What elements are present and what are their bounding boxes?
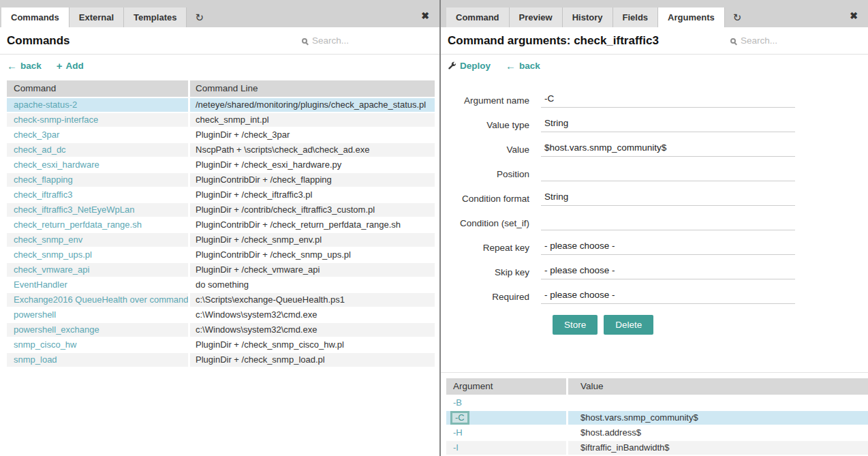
command-link[interactable]: check_return_perfdata_range.sh [14, 219, 142, 230]
field-input[interactable] [541, 167, 795, 181]
form-field-row: Value type String [441, 112, 868, 137]
command-link[interactable]: powershell [14, 309, 56, 320]
page-title: Command arguments: check_iftraffic3 [448, 34, 659, 48]
command-line-cell: PluginDir + /check_snmp_cisco_hw.pl [190, 338, 435, 352]
deploy-link[interactable]: Deploy [448, 61, 491, 71]
argument-table-row[interactable]: -H $host.address$ [446, 426, 868, 440]
command-link[interactable]: check_esxi_hardware [14, 159, 99, 170]
command-table-row[interactable]: Exchange2016 QueueHealth over command c:… [7, 293, 435, 307]
column-header-command-line[interactable]: Command Line [190, 80, 435, 97]
tab-external[interactable]: External [69, 7, 124, 27]
field-input[interactable]: - please choose - [541, 241, 795, 255]
wrench-icon [448, 61, 456, 70]
back-link[interactable]: ← back [7, 60, 42, 72]
column-header-command[interactable]: Command [7, 80, 188, 97]
add-label: Add [66, 61, 84, 71]
field-label: Argument name [441, 95, 541, 106]
command-table-row[interactable]: check_iftraffic3_NetEyeWpLan PluginDir +… [7, 203, 435, 217]
search-input[interactable] [741, 35, 843, 46]
command-table-row[interactable]: snmp_load PluginDir + /check_snmp_load.p… [7, 353, 435, 367]
form-buttons: Store Delete [553, 315, 868, 335]
argument-link[interactable]: -I [453, 442, 459, 453]
argument-link[interactable]: -H [453, 427, 463, 438]
tab-label: Commands [11, 12, 59, 22]
command-table-row[interactable]: check_flapping PluginContribDir + /check… [7, 173, 435, 187]
argument-table-row[interactable]: -C $host.vars.snmp_community$ [446, 411, 868, 425]
command-link[interactable]: snmp_load [14, 354, 57, 365]
argument-value-cell: $host.vars.snmp_community$ [568, 411, 868, 425]
close-icon[interactable]: ✖ [421, 11, 429, 20]
command-table-row[interactable]: check_3par PluginDir + /check_3par [7, 128, 435, 142]
tab-preview[interactable]: Preview [510, 7, 563, 27]
command-table-row[interactable]: apache-status-2 /neteye/shared/monitorin… [7, 98, 435, 112]
tab-command[interactable]: Command [446, 7, 510, 27]
search-input[interactable] [312, 35, 414, 46]
command-table-row[interactable]: EventHandler do something [7, 278, 435, 292]
command-table-row[interactable]: check_vmware_api PluginDir + /check_vmwa… [7, 263, 435, 277]
command-table-row[interactable]: check-snmp-interface check_snmp_int.pl [7, 113, 435, 127]
command-table-row[interactable]: check_snmp_ups.pl PluginContribDir + /ch… [7, 248, 435, 262]
store-button[interactable]: Store [553, 315, 598, 335]
left-panel-header: Commands [0, 27, 439, 55]
field-input[interactable]: String [541, 192, 795, 206]
tab-label: Preview [519, 12, 553, 22]
command-link[interactable]: apache-status-2 [14, 100, 77, 110]
command-link[interactable]: check_flapping [14, 174, 73, 185]
command-link[interactable]: check_iftraffic3 [14, 189, 72, 200]
argument-link[interactable]: -C [450, 411, 469, 425]
argument-table-row[interactable]: -I $iftraffic_inBandwidth$ [446, 441, 868, 455]
argument-table-row[interactable]: -B [446, 396, 868, 410]
tab-commands[interactable]: Commands [1, 7, 69, 27]
tab-label: Arguments [668, 12, 715, 22]
command-link[interactable]: check_vmware_api [14, 264, 89, 275]
column-header-argument[interactable]: Argument [446, 378, 566, 395]
command-table-row[interactable]: check_ad_dc NscpPath + \scripts\check_ad… [7, 143, 435, 157]
command-table-row[interactable]: check_return_perfdata_range.sh PluginCon… [7, 218, 435, 232]
command-link[interactable]: EventHandler [14, 279, 67, 290]
argument-form: Argument name -C Value type String Value… [441, 76, 868, 309]
tab-arguments[interactable]: Arguments [658, 7, 725, 27]
refresh-icon[interactable]: ↻ [733, 12, 742, 22]
right-tab-bar: Command Preview History Fields Arguments… [441, 0, 868, 27]
field-input[interactable]: - please choose - [541, 290, 795, 304]
column-header-value[interactable]: Value [568, 378, 868, 395]
delete-button[interactable]: Delete [604, 315, 653, 335]
field-input[interactable]: -C [541, 93, 795, 108]
field-input[interactable] [541, 216, 795, 230]
tab-fields[interactable]: Fields [613, 7, 659, 27]
command-line-cell: c:\Windows\system32\cmd.exe [190, 308, 435, 322]
command-link[interactable]: check_ad_dc [14, 145, 66, 155]
command-line-cell: PluginContribDir + /check_flapping [190, 173, 435, 187]
tab-templates[interactable]: Templates [124, 7, 187, 27]
field-input[interactable]: - please choose - [541, 265, 795, 279]
command-link[interactable]: check_3par [14, 130, 59, 140]
argument-link[interactable]: -B [453, 397, 462, 408]
field-input[interactable]: String [541, 118, 795, 132]
command-line-cell: c:\Windows\system32\cmd.exe [190, 323, 435, 337]
command-table-row[interactable]: check_snmp_env PluginDir + /check_snmp_e… [7, 233, 435, 247]
add-link[interactable]: + Add [57, 60, 84, 72]
tab-history[interactable]: History [563, 7, 613, 27]
command-table-row[interactable]: check_esxi_hardware PluginDir + /check_e… [7, 158, 435, 172]
command-link[interactable]: snmp_cisco_hw [14, 339, 77, 350]
search-icon [302, 38, 307, 44]
command-table-row[interactable]: snmp_cisco_hw PluginDir + /check_snmp_ci… [7, 338, 435, 352]
back-link[interactable]: ← back [506, 60, 540, 72]
refresh-icon[interactable]: ↻ [195, 12, 204, 22]
command-line-cell: NscpPath + \scripts\check_ad\check_ad.ex… [190, 143, 435, 157]
command-table-row[interactable]: powershell_exchange c:\Windows\system32\… [7, 323, 435, 337]
command-link[interactable]: check_iftraffic3_NetEyeWpLan [14, 204, 135, 215]
command-table-row[interactable]: check_iftraffic3 PluginDir + /check_iftr… [7, 188, 435, 202]
command-link[interactable]: powershell_exchange [14, 324, 99, 335]
left-tab-bar: Commands External Templates ↻ ✖ [0, 0, 439, 27]
command-link[interactable]: check_snmp_env [14, 234, 82, 245]
command-table-row[interactable]: powershell c:\Windows\system32\cmd.exe [7, 308, 435, 322]
command-link[interactable]: check-snmp-interface [14, 115, 98, 125]
command-link[interactable]: check_snmp_ups.pl [14, 249, 92, 260]
app-window: Commands External Templates ↻ ✖ Commands… [0, 0, 868, 456]
field-input[interactable]: $host.vars.snmp_community$ [541, 142, 795, 157]
tab-label: External [79, 12, 114, 22]
close-icon[interactable]: ✖ [850, 11, 858, 20]
command-link[interactable]: Exchange2016 QueueHealth over command [14, 294, 188, 305]
field-label: Skip key [441, 267, 541, 277]
